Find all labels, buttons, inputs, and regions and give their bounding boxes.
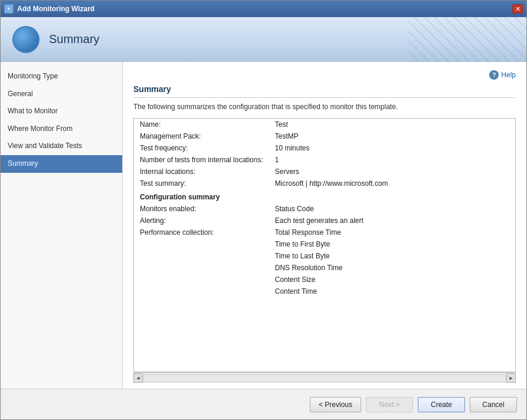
table-row: Content Size (134, 274, 515, 286)
help-row: ? Help (133, 70, 516, 80)
table-label-cell: Number of tests from internal locations: (134, 154, 269, 166)
table-row: Number of tests from internal locations:… (134, 154, 515, 166)
table-value-cell: Content Size (269, 274, 515, 286)
table-value-cell: Content Time (269, 286, 515, 297)
description-text: The following summarizes the configurati… (133, 103, 516, 111)
table-row: Time to Last Byte (134, 250, 515, 262)
table-value-cell: Time to Last Byte (269, 250, 515, 262)
table-label-cell (134, 286, 269, 297)
table-label-cell: Alerting: (134, 215, 269, 227)
help-icon: ? (489, 70, 499, 80)
next-button[interactable]: Next > (366, 397, 413, 412)
table-value-cell: Test (269, 119, 515, 130)
help-link[interactable]: ? Help (489, 70, 516, 80)
table-value-cell: Time to First Byte (269, 238, 515, 250)
create-button[interactable]: Create (418, 397, 465, 412)
table-value-cell: Total Response Time (269, 227, 515, 238)
table-row: Time to First Byte (134, 238, 515, 250)
table-row: Internal locations:Servers (134, 166, 515, 178)
table-row: Name:Test (134, 119, 515, 130)
section-title: Summary (133, 84, 516, 98)
scrollbar-track[interactable] (143, 374, 506, 382)
summary-table: Name:TestManagement Pack:TestMPTest freq… (134, 119, 515, 297)
scrollbar-left-button[interactable]: ◄ (133, 373, 143, 383)
scrollbar-right-button[interactable]: ► (506, 373, 516, 383)
title-bar: + Add Monitoring Wizard ✕ (1, 1, 526, 17)
table-value-cell: Each test generates an alert (269, 215, 515, 227)
help-label: Help (501, 71, 516, 79)
sidebar-item-where-monitor-from[interactable]: Where Monitor From (1, 120, 122, 138)
table-label-cell: Performance collection: (134, 227, 269, 238)
table-row: DNS Resolution Time (134, 262, 515, 274)
window-title: Add Monitoring Wizard (17, 5, 94, 13)
main-area: Monitoring Type General What to Monitor … (1, 62, 526, 389)
sidebar-item-what-to-monitor[interactable]: What to Monitor (1, 103, 122, 120)
table-row: Management Pack:TestMP (134, 130, 515, 142)
content-area: ? Help Summary The following summarizes … (123, 62, 526, 389)
header-area: Summary (1, 17, 526, 62)
sidebar-item-summary[interactable]: Summary (1, 155, 122, 173)
sidebar: Monitoring Type General What to Monitor … (1, 62, 123, 389)
table-label-cell: Management Pack: (134, 130, 269, 142)
main-window: + Add Monitoring Wizard ✕ Summary Monito… (0, 0, 527, 420)
window-icon: + (4, 4, 14, 14)
table-label-cell: Test summary: (134, 178, 269, 189)
table-row: Test frequency:10 minutes (134, 142, 515, 154)
table-label-cell (134, 262, 269, 274)
table-value-cell: DNS Resolution Time (269, 262, 515, 274)
sidebar-item-monitoring-type[interactable]: Monitoring Type (1, 68, 122, 86)
header-logo-icon (12, 26, 40, 53)
summary-box[interactable]: Name:TestManagement Pack:TestMPTest freq… (133, 118, 516, 372)
table-label-cell (134, 250, 269, 262)
table-row: Monitors enabled:Status Code (134, 203, 515, 215)
scrollbar-area: ◄ ► (133, 372, 516, 383)
header-pattern (408, 17, 526, 62)
table-row: Configuration summary (134, 189, 515, 203)
sidebar-item-view-validate[interactable]: View and Validate Tests (1, 137, 122, 155)
title-bar-left: + Add Monitoring Wizard (4, 4, 94, 14)
table-label-cell: Name: (134, 119, 269, 130)
table-value-cell: Microsoft | http://www.microsoft.com (269, 178, 515, 189)
cancel-button[interactable]: Cancel (470, 397, 517, 412)
table-value-cell: TestMP (269, 130, 515, 142)
table-row: Alerting:Each test generates an alert (134, 215, 515, 227)
table-label-cell: Monitors enabled: (134, 203, 269, 215)
close-button[interactable]: ✕ (512, 4, 523, 14)
table-value-cell: Servers (269, 166, 515, 178)
table-row: Test summary:Microsoft | http://www.micr… (134, 178, 515, 189)
table-label-cell: Test frequency: (134, 142, 269, 154)
table-label-cell (134, 274, 269, 286)
header-title: Summary (49, 32, 100, 46)
table-value-cell: 1 (269, 154, 515, 166)
sidebar-item-general[interactable]: General (1, 86, 122, 103)
table-label-cell: Internal locations: (134, 166, 269, 178)
table-value-cell: Status Code (269, 203, 515, 215)
table-row: Performance collection:Total Response Ti… (134, 227, 515, 238)
table-section-header: Configuration summary (134, 189, 515, 203)
footer: < Previous Next > Create Cancel (1, 389, 526, 419)
table-label-cell (134, 238, 269, 250)
table-value-cell: 10 minutes (269, 142, 515, 154)
previous-button[interactable]: < Previous (310, 397, 361, 412)
table-row: Content Time (134, 286, 515, 297)
